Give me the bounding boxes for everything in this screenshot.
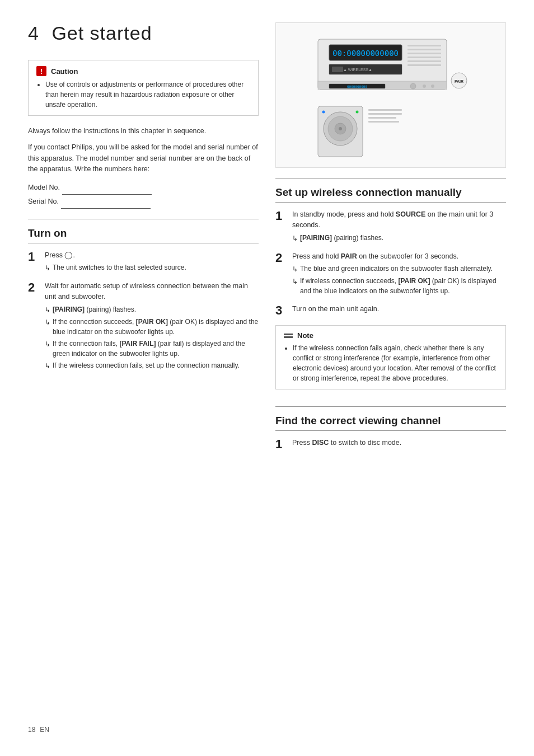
step-1-num: 1 [28,250,39,264]
chapter-heading: 4 Get started [28,22,259,44]
step-2-main: Wait for automatic setup of wireless con… [45,281,259,302]
device-image: 00:00000000000 ▲ WIRELESS ▲ [275,22,506,168]
wireless-step-1: 1 In standby mode, press and hold SOURCE… [275,209,506,243]
wireless-step-1-main: In standby mode, press and hold SOURCE o… [292,209,506,231]
device-illustration: 00:00000000000 ▲ WIRELESS ▲ [312,28,469,162]
find-channel-heading: Find the correct viewing channel [275,415,506,431]
arrow-sym: ↳ [45,339,50,349]
caution-title: ! Caution [36,66,250,76]
svg-text:00:00000000000: 00:00000000000 [332,49,399,58]
arrow-sym: ↳ [45,305,50,315]
chapter-number: 4 [28,22,39,44]
caution-box: ! Caution Use of controls or adjustments… [28,60,259,116]
intro-line1: Always follow the instructions in this c… [28,126,259,137]
step-1-main: Press ◯. [45,250,259,261]
wireless-step-2-num: 2 [275,251,287,265]
svg-rect-28 [368,109,402,111]
caution-label: Caution [51,67,78,76]
arrow-sym: ↳ [292,276,298,287]
caution-list: Use of controls or adjustments or perfor… [36,79,250,110]
note-bar-1 [284,334,293,335]
wireless-step-2-arrow-1-text: The blue and green indicators on the sub… [300,264,493,274]
wireless-step-3-num: 3 [275,304,287,317]
step-1-arrow-1: ↳ The unit switches to the last selected… [45,262,259,273]
note-label: Note [297,331,313,340]
turn-on-heading: Turn on [28,227,259,243]
turn-on-step-2: 2 Wait for automatic setup of wireless c… [28,281,259,371]
svg-text:▲: ▲ [368,68,372,72]
svg-rect-10 [332,67,343,72]
note-icon [284,334,293,338]
step-2-arrow-4: ↳ If the wireless connection fails, set … [45,360,259,371]
svg-text:PAIR: PAIR [455,79,463,83]
note-item: If the wireless connection fails again, … [293,343,498,383]
wireless-step-2-arrow-2: ↳ If wireless connection succeeds, [PAIR… [292,276,506,296]
svg-rect-6 [407,57,441,58]
note-list: If the wireless connection fails again, … [284,343,498,383]
step-2-arrow-2-text: If the connection succeeds, [PAIR OK] (p… [53,317,259,337]
wireless-step-3-content: Turn on the main unit again. [292,304,506,317]
right-column: 00:00000000000 ▲ WIRELESS ▲ [275,22,506,459]
step-2-num: 2 [28,281,39,294]
svg-rect-7 [407,60,441,62]
wireless-step-2-content: Press and hold PAIR on the subwoofer for… [292,251,506,297]
svg-rect-30 [368,117,396,119]
note-title: Note [284,331,498,340]
arrow-sym: ↳ [45,361,50,371]
step-2-arrow-1: ↳ [PAIRING] (pairing) flashes. [45,304,259,315]
page-number: 18 [28,726,35,734]
note-box: Note If the wireless connection fails ag… [275,325,506,389]
step-2-arrow-3-text: If the connection fails, [PAIR FAIL] (pa… [53,339,259,359]
model-label: Model No. [28,181,60,195]
wireless-heading: Set up wireless connection manually [275,186,506,203]
svg-point-26 [322,111,325,114]
caution-icon: ! [36,66,46,76]
page-footer: 18 EN [28,715,506,734]
intro-line2: If you contact Philips, you will be aske… [28,142,259,175]
svg-rect-8 [407,64,441,66]
svg-text:▲ WIRELESS: ▲ WIRELESS [343,68,368,72]
wireless-step-1-num: 1 [275,209,287,223]
find-channel-step-1: 1 Press DISC to switch to disc mode. [275,438,506,451]
caution-item: Use of controls or adjustments or perfor… [45,79,250,110]
svg-rect-29 [368,113,402,115]
wireless-divider [275,178,506,179]
wireless-step-1-arrow-1: ↳ [PAIRING] (pairing) flashes. [292,233,506,243]
wireless-step-1-arrow-1-text: [PAIRING] (pairing) flashes. [300,233,383,243]
step-1-arrow-1-text: The unit switches to the last selected s… [53,262,186,273]
chapter-title: Get started [51,22,152,44]
wireless-step-2: 2 Press and hold PAIR on the subwoofer f… [275,251,506,297]
find-channel-section: Find the correct viewing channel 1 Press… [275,406,506,451]
svg-text:0000000000: 0000000000 [347,84,368,88]
svg-rect-3 [407,45,441,46]
wireless-step-3: 3 Turn on the main unit again. [275,304,506,317]
arrow-sym: ↳ [292,264,298,274]
step-1-content: Press ◯. ↳ The unit switches to the last… [45,250,259,274]
model-field [62,187,152,195]
note-bar-2 [284,336,293,338]
device-svg: 00:00000000000 ▲ WIRELESS ▲ [275,22,506,168]
svg-rect-5 [407,53,441,54]
step-2-arrow-2: ↳ If the connection succeeds, [PAIR OK] … [45,317,259,337]
svg-rect-4 [407,49,441,50]
find-channel-step-1-main: Press DISC to switch to disc mode. [292,438,506,448]
arrow-sym: ↳ [45,317,50,327]
arrow-sym: ↳ [45,263,50,273]
wireless-step-2-arrow-2-text: If wireless connection succeeds, [PAIR O… [300,276,506,296]
model-no-line: Model No. [28,181,259,195]
step-2-arrow-3: ↳ If the connection fails, [PAIR FAIL] (… [45,339,259,359]
wireless-step-2-arrow-1: ↳ The blue and green indicators on the s… [292,264,506,274]
wireless-step-3-main: Turn on the main unit again. [292,304,506,314]
svg-point-25 [339,127,342,130]
wireless-steps: 1 In standby mode, press and hold SOURCE… [275,209,506,317]
svg-rect-31 [368,121,399,123]
serial-field [61,201,151,209]
wireless-step-2-main: Press and hold PAIR on the subwoofer for… [292,251,506,262]
turn-on-divider [28,219,259,219]
find-channel-steps: 1 Press DISC to switch to disc mode. [275,438,506,451]
wireless-step-1-content: In standby mode, press and hold SOURCE o… [292,209,506,243]
svg-point-16 [410,83,416,89]
page: 4 Get started ! Caution Use of controls … [0,0,534,756]
turn-on-step-1: 1 Press ◯. ↳ The unit switches to the la… [28,250,259,274]
page-footer-inner: 18 EN [28,726,506,734]
